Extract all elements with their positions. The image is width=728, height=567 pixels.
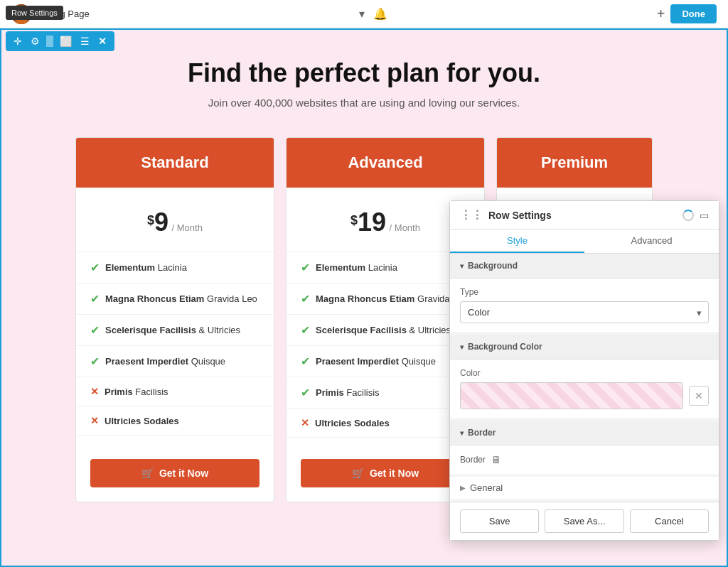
- color-label: Color: [460, 368, 709, 378]
- minimize-icon[interactable]: ▭: [700, 210, 709, 221]
- row-settings-tooltip: Row Settings: [6, 6, 63, 20]
- color-swatch-row: ✕: [460, 382, 709, 409]
- tab-advanced[interactable]: Advanced: [584, 230, 719, 253]
- move-icon[interactable]: ✛: [10, 34, 26, 48]
- monitor-icon: 🖥: [491, 454, 501, 465]
- list-item: ✔Praesent Imperdiet Quisque: [76, 346, 274, 377]
- panel-actions: ▭: [682, 210, 709, 221]
- list-item: ✕Ultricies Sodales: [76, 406, 274, 436]
- duplicate-icon[interactable]: ⬜: [56, 34, 75, 48]
- edit-toolbar: ✛ ⚙ ⬜ ☰ ✕: [6, 31, 114, 51]
- pricing-card-standard: Standard $9 / Month ✔Elementum Lacinia ✔…: [75, 137, 274, 502]
- settings-panel: ⋮⋮ Row Settings ▭ Style Advanced ▾: [449, 200, 719, 541]
- type-select-wrapper: Color Gradient Image Video: [460, 301, 709, 323]
- drag-handle-icon[interactable]: ⋮⋮: [460, 208, 483, 222]
- card-header-standard: Standard: [76, 138, 274, 188]
- card-footer-standard: 🛒 Get it Now: [76, 448, 274, 502]
- get-now-button-standard[interactable]: 🛒 Get it Now: [90, 459, 259, 487]
- border-section-header[interactable]: ▾ Border: [450, 421, 719, 446]
- chevron-down-icon[interactable]: ▾: [359, 7, 365, 21]
- panel-body: ▾ Background Type Color Gradient Image V…: [450, 254, 719, 502]
- list-item: ✔Magna Rhoncus Etiam Gravida Leo: [76, 284, 274, 315]
- tab-style[interactable]: Style: [450, 230, 584, 253]
- get-now-button-advanced[interactable]: 🛒 Get it Now: [301, 459, 470, 487]
- border-section-body: Border 🖥: [450, 446, 719, 474]
- save-button[interactable]: Save: [460, 509, 539, 533]
- panel-tabs: Style Advanced: [450, 230, 719, 254]
- topbar: Row Settings Editing Page ▾ 🔔 + Done: [0, 0, 728, 28]
- close-icon[interactable]: ✕: [95, 34, 110, 48]
- menu-icon[interactable]: ☰: [77, 34, 93, 48]
- card-price-standard: $9 / Month: [76, 188, 274, 252]
- loading-spinner: [682, 210, 694, 221]
- chevron-down-icon: ▾: [460, 429, 464, 437]
- background-section-body: Type Color Gradient Image Video: [450, 279, 719, 332]
- color-clear-button[interactable]: ✕: [689, 386, 709, 406]
- card-header-advanced: Advanced: [287, 138, 484, 188]
- cart-icon: 🛒: [141, 468, 154, 479]
- settings-icon[interactable]: ⚙: [27, 34, 43, 48]
- border-section: ▾ Border Border 🖥: [450, 421, 719, 474]
- page-heading: Find the perfect plan for you.: [23, 58, 705, 88]
- cancel-button[interactable]: Cancel: [630, 509, 709, 533]
- background-section-header[interactable]: ▾ Background: [450, 254, 719, 279]
- main-area: Find the perfect plan for you. Join over…: [0, 28, 728, 567]
- topbar-center: ▾ 🔔: [359, 7, 387, 21]
- background-color-body: Color ✕: [450, 360, 719, 418]
- list-item: ✔Scelerisque Facilisis & Ultricies: [76, 315, 274, 346]
- topbar-right: + Done: [657, 4, 717, 23]
- chevron-down-icon: ▾: [460, 262, 464, 270]
- card-header-premium: Premium: [497, 138, 652, 188]
- panel-title: ⋮⋮ Row Settings: [460, 208, 552, 222]
- general-section: ▶ General: [450, 477, 719, 499]
- panel-header: ⋮⋮ Row Settings ▭: [450, 201, 719, 230]
- save-as-button[interactable]: Save As...: [545, 509, 623, 533]
- background-color-section-header[interactable]: ▾ Background Color: [450, 335, 719, 360]
- general-row[interactable]: ▶ General: [450, 477, 719, 499]
- panel-footer: Save Save As... Cancel: [450, 502, 719, 540]
- background-section: ▾ Background Type Color Gradient Image V…: [450, 254, 719, 332]
- list-item: ✕Primis Facilisis: [76, 377, 274, 406]
- color-swatch[interactable]: [460, 382, 683, 409]
- page-subheading: Join over 400,000 websites that are usin…: [23, 97, 705, 109]
- chevron-right-icon: ▶: [460, 484, 466, 492]
- add-button[interactable]: +: [657, 6, 665, 22]
- cart-icon: 🛒: [352, 468, 364, 479]
- chevron-down-icon: ▾: [460, 343, 464, 351]
- border-row: Border 🖥: [460, 454, 709, 465]
- type-label: Type: [460, 287, 709, 297]
- background-color-section: ▾ Background Color Color ✕: [450, 335, 719, 418]
- type-select[interactable]: Color Gradient Image Video: [460, 301, 709, 323]
- bell-icon[interactable]: 🔔: [373, 7, 387, 21]
- list-item: ✔Elementum Lacinia: [76, 252, 274, 284]
- card-features-standard: ✔Elementum Lacinia ✔Magna Rhoncus Etiam …: [76, 252, 274, 448]
- done-button[interactable]: Done: [670, 4, 717, 23]
- topbar-left: Row Settings Editing Page: [11, 4, 90, 24]
